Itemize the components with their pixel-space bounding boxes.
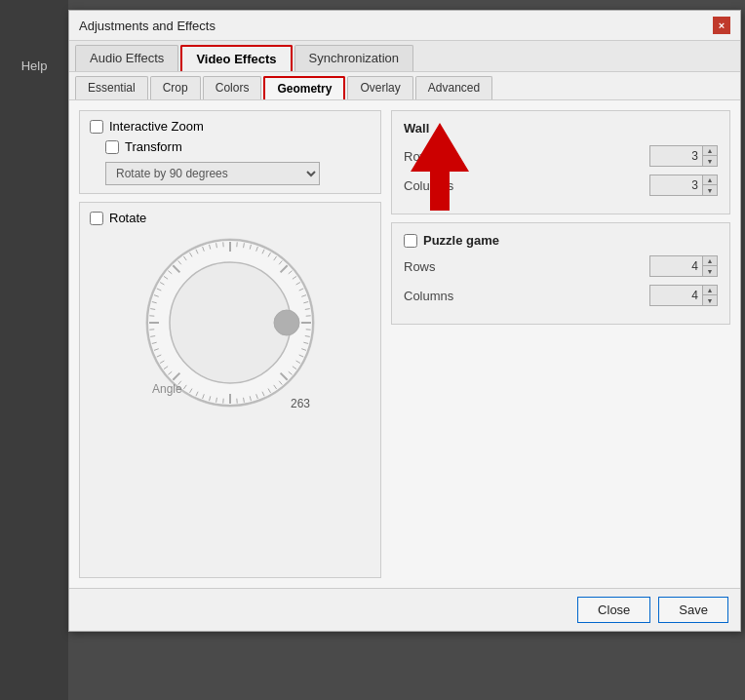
left-panel: Interactive Zoom Transform Rotate by 90 … (79, 110, 381, 578)
help-sidebar: Help (0, 0, 68, 700)
wall-columns-spinner: 3 ▲ ▼ (649, 175, 718, 196)
tab-overlay[interactable]: Overlay (347, 76, 412, 99)
puzzle-columns-row: Columns 4 ▲ ▼ (404, 285, 718, 306)
puzzle-columns-label: Columns (404, 289, 453, 303)
puzzle-columns-down-btn[interactable]: ▼ (703, 295, 717, 305)
rotate-section: Rotate // This won't run here, ticks don… (79, 202, 381, 578)
wall-rows-up-btn[interactable]: ▲ (703, 146, 717, 156)
transform-row: Transform (105, 139, 371, 154)
puzzle-rows-label: Rows (404, 259, 436, 274)
wall-columns-spinner-btns: ▲ ▼ (702, 175, 717, 195)
tab-video-effects[interactable]: Video Effects (180, 45, 292, 71)
dialog-title: Adjustments and Effects (79, 19, 216, 33)
interactive-zoom-checkbox[interactable] (90, 120, 103, 134)
puzzle-rows-value: 4 (650, 257, 702, 275)
puzzle-rows-row: Rows 4 ▲ ▼ (404, 255, 718, 277)
wall-rows-spinner-btns: ▲ ▼ (702, 146, 717, 166)
wall-rows-value: 3 (650, 147, 702, 165)
rotate-label: Rotate (109, 211, 146, 225)
tab-essential[interactable]: Essential (75, 76, 148, 99)
transform-label: Transform (125, 139, 182, 154)
save-button[interactable]: Save (658, 597, 728, 623)
puzzle-checkbox-row: Puzzle game (404, 233, 718, 248)
puzzle-columns-value: 4 (650, 287, 702, 304)
wall-rows-spinner: 3 ▲ ▼ (649, 145, 718, 167)
main-tabs-container: Audio Effects Video Effects Synchronizat… (69, 41, 740, 72)
puzzle-rows-up-btn[interactable]: ▲ (703, 256, 717, 266)
right-panel: Wall Rows 3 ▲ ▼ Columns 3 (391, 110, 730, 578)
wall-rows-row: Rows 3 ▲ ▼ (404, 145, 718, 167)
rotate-dropdown-row: Rotate by 90 degrees (105, 162, 371, 185)
tab-advanced[interactable]: Advanced (415, 76, 492, 99)
wall-columns-down-btn[interactable]: ▼ (703, 185, 717, 195)
wall-columns-up-btn[interactable]: ▲ (703, 175, 717, 185)
tab-geometry[interactable]: Geometry (263, 76, 345, 99)
puzzle-rows-down-btn[interactable]: ▼ (703, 266, 717, 276)
sub-tabs-container: Essential Crop Colors Geometry Overlay A… (69, 72, 740, 100)
wall-rows-down-btn[interactable]: ▼ (703, 156, 717, 166)
puzzle-fields: Rows 4 ▲ ▼ Columns 4 (404, 255, 718, 306)
angle-value: 263 (291, 397, 310, 410)
rotate-row: Rotate (90, 211, 371, 225)
dialog-titlebar: Adjustments and Effects × (69, 11, 740, 41)
tab-colors[interactable]: Colors (203, 76, 262, 99)
interactive-zoom-row: Interactive Zoom (90, 119, 371, 134)
puzzle-columns-spinner: 4 ▲ ▼ (649, 285, 718, 306)
dial-wrapper: // This won't run here, ticks done via S… (142, 235, 318, 410)
close-button[interactable]: Close (577, 597, 650, 623)
rotate-dropdown[interactable]: Rotate by 90 degrees (105, 162, 320, 185)
puzzle-checkbox[interactable] (404, 234, 417, 248)
transform-checkbox[interactable] (105, 140, 119, 154)
tab-crop[interactable]: Crop (150, 76, 201, 99)
puzzle-rows-spinner: 4 ▲ ▼ (649, 255, 718, 277)
interactive-zoom-section: Interactive Zoom Transform Rotate by 90 … (79, 110, 381, 194)
puzzle-rows-spinner-btns: ▲ ▼ (702, 256, 717, 276)
svg-point-77 (274, 310, 299, 335)
help-label: Help (21, 58, 48, 73)
rotate-checkbox[interactable] (90, 212, 103, 225)
dialog: Adjustments and Effects × Audio Effects … (68, 10, 741, 632)
tab-synchronization[interactable]: Synchronization (294, 45, 414, 71)
content-area: Interactive Zoom Transform Rotate by 90 … (69, 100, 740, 588)
puzzle-columns-up-btn[interactable]: ▲ (703, 286, 717, 295)
rotate-dial-container: // This won't run here, ticks done via S… (90, 235, 371, 410)
wall-columns-label: Columns (404, 178, 453, 193)
close-title-button[interactable]: × (713, 17, 730, 34)
puzzle-title: Puzzle game (423, 233, 499, 248)
puzzle-section: Puzzle game Rows 4 ▲ ▼ (391, 222, 730, 325)
interactive-zoom-label: Interactive Zoom (109, 119, 204, 134)
tab-audio-effects[interactable]: Audio Effects (75, 45, 178, 71)
wall-columns-value: 3 (650, 176, 702, 194)
angle-label: Angle (152, 382, 182, 396)
svg-point-76 (170, 262, 291, 383)
puzzle-columns-spinner-btns: ▲ ▼ (702, 286, 717, 305)
wall-title: Wall (404, 121, 718, 136)
wall-columns-row: Columns 3 ▲ ▼ (404, 175, 718, 196)
wall-rows-label: Rows (404, 149, 436, 164)
wall-section: Wall Rows 3 ▲ ▼ Columns 3 (391, 110, 730, 214)
dialog-footer: Close Save (69, 588, 740, 631)
